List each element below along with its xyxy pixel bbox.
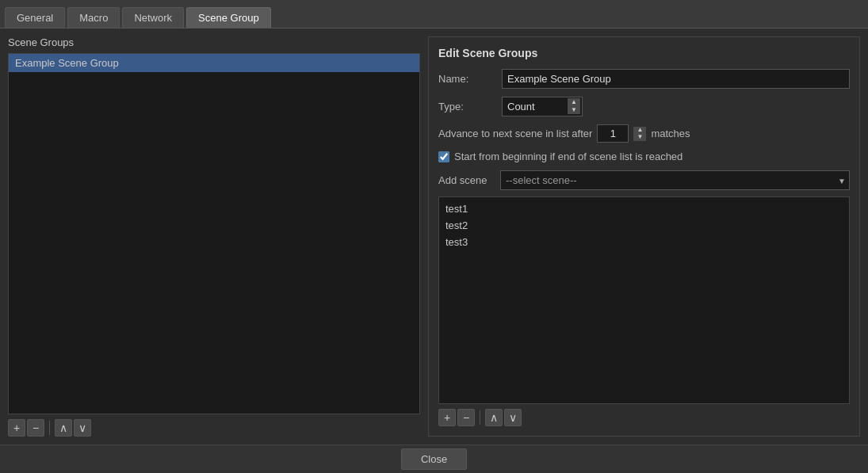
close-button[interactable]: Close — [401, 448, 467, 470]
advance-suffix: matches — [651, 128, 690, 139]
tab-network[interactable]: Network — [122, 7, 184, 28]
left-remove-button[interactable]: − — [27, 419, 44, 437]
tab-scene-group[interactable]: Scene Group — [186, 7, 271, 28]
left-move-up-button[interactable]: ∧ — [55, 419, 72, 437]
scene-groups-list[interactable]: Example Scene Group — [8, 53, 420, 414]
type-label: Type: — [438, 101, 502, 113]
edit-panel-title: Edit Scene Groups — [438, 47, 850, 59]
right-toolbar-divider — [480, 410, 480, 425]
advance-row: Advance to next scene in list after ▲ ▼ … — [438, 124, 850, 143]
right-move-down-button[interactable]: ∨ — [504, 409, 522, 426]
checkbox-label: Start from beginning if end of scene lis… — [454, 151, 683, 162]
left-toolbar-divider — [49, 421, 50, 435]
left-panel: Scene Groups Example Scene Group + − ∧ ∨ — [8, 36, 420, 437]
left-toolbar: + − ∧ ∨ — [8, 414, 420, 437]
advance-input[interactable] — [597, 124, 629, 143]
type-spinner-up[interactable]: ▲ — [568, 98, 580, 106]
tab-macro[interactable]: Macro — [67, 7, 120, 28]
right-remove-button[interactable]: − — [457, 409, 475, 426]
tab-general[interactable]: General — [5, 7, 65, 28]
main-content: Scene Groups Example Scene Group + − ∧ ∨… — [0, 29, 868, 444]
type-spinner: ▲ ▼ — [568, 98, 580, 114]
type-select-wrap: Count Hotkey Time ▲ ▼ — [502, 97, 583, 116]
add-scene-select-wrap: --select scene-- test1 test2 test3 ▼ — [500, 170, 850, 190]
left-add-button[interactable]: + — [8, 419, 25, 437]
advance-spinner-down[interactable]: ▼ — [633, 134, 646, 141]
advance-spinner: ▲ ▼ — [633, 127, 646, 141]
add-scene-select[interactable]: --select scene-- test1 test2 test3 — [501, 171, 849, 189]
scene-list-item[interactable]: test2 — [439, 217, 849, 234]
add-scene-row: Add scene --select scene-- test1 test2 t… — [438, 170, 850, 190]
name-row: Name: — [438, 69, 850, 89]
close-bar: Close — [0, 444, 868, 473]
right-toolbar: + − ∧ ∨ — [438, 404, 850, 426]
add-scene-label: Add scene — [438, 174, 494, 186]
scene-list-item[interactable]: test1 — [439, 200, 849, 217]
type-row: Type: Count Hotkey Time ▲ ▼ — [438, 97, 850, 116]
scene-list-item[interactable]: test3 — [439, 234, 849, 250]
checkbox-row: Start from beginning if end of scene lis… — [438, 151, 850, 162]
tab-bar: General Macro Network Scene Group — [0, 0, 868, 29]
advance-prefix: Advance to next scene in list after — [438, 128, 592, 139]
left-panel-title: Scene Groups — [8, 36, 420, 48]
left-move-down-button[interactable]: ∨ — [74, 419, 91, 437]
name-label: Name: — [438, 73, 502, 85]
start-from-beginning-checkbox[interactable] — [438, 151, 449, 162]
scene-list[interactable]: test1 test2 test3 — [438, 196, 850, 404]
right-add-button[interactable]: + — [438, 409, 456, 426]
name-input[interactable] — [502, 69, 850, 89]
right-move-up-button[interactable]: ∧ — [485, 409, 503, 426]
right-panel: Edit Scene Groups Name: Type: Count Hotk… — [428, 36, 860, 437]
right-panel-wrap: Edit Scene Groups Name: Type: Count Hotk… — [428, 36, 860, 437]
list-item[interactable]: Example Scene Group — [9, 54, 419, 72]
type-spinner-down[interactable]: ▼ — [568, 106, 580, 114]
